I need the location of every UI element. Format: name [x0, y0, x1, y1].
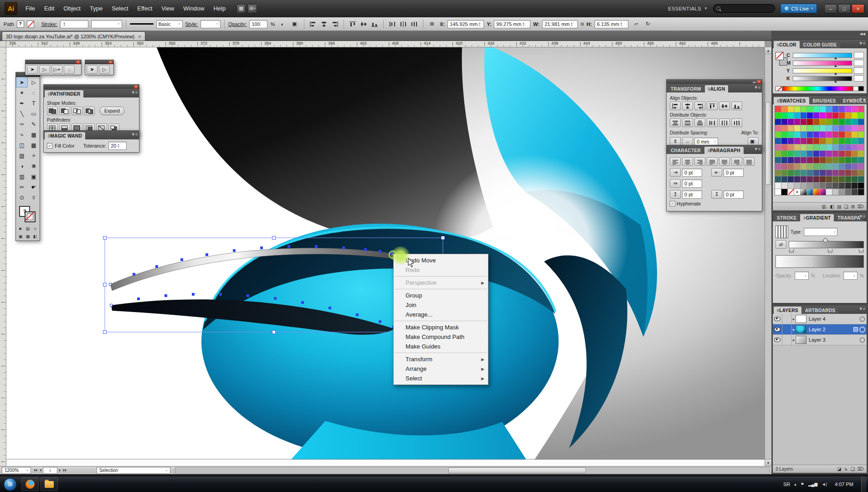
lock-toggle[interactable] — [782, 335, 792, 345]
paintbrush-tool-icon[interactable]: ✑ — [16, 119, 28, 129]
panel-drag-bar[interactable]: × — [44, 85, 139, 89]
context-menu-transform[interactable]: Transform▶ — [394, 354, 488, 364]
swatch[interactable] — [801, 106, 806, 112]
swatch[interactable] — [858, 106, 864, 112]
swatch[interactable] — [820, 189, 826, 195]
swatch[interactable] — [832, 176, 838, 182]
target-icon[interactable] — [860, 317, 865, 322]
para-align-j-center-icon[interactable] — [719, 157, 730, 166]
swatch[interactable] — [788, 170, 794, 176]
target-icon[interactable] — [860, 338, 865, 343]
align-v-top-icon[interactable] — [707, 102, 718, 110]
swatch[interactable] — [852, 106, 858, 112]
panel-menu-icon[interactable]: ▼≡ — [859, 214, 865, 219]
pencil-tool-icon[interactable]: ✎ — [28, 119, 40, 129]
visibility-toggle[interactable] — [773, 335, 782, 345]
para-align-right-icon[interactable] — [694, 157, 705, 166]
gradient-stop[interactable] — [828, 248, 832, 253]
last-artboard-icon[interactable]: ⏵⏵ — [62, 468, 67, 473]
delete-layer-icon[interactable]: ⌦ — [858, 466, 864, 472]
color-spectrum[interactable] — [782, 86, 853, 91]
swatch[interactable] — [801, 125, 806, 131]
swatch[interactable] — [807, 132, 813, 138]
panel-drag-bar[interactable]: × — [26, 60, 81, 64]
gradient-stop[interactable] — [859, 248, 863, 253]
stroke-swatch[interactable] — [27, 20, 34, 28]
swatch[interactable] — [813, 132, 819, 138]
horizontal-ruler[interactable]: 3363423483543603663723783843903964024084… — [6, 41, 765, 47]
swatch[interactable] — [820, 164, 826, 169]
opacity-field[interactable]: 100 — [249, 20, 267, 28]
start-button[interactable]: ⊞ — [4, 478, 17, 491]
swatch[interactable] — [858, 176, 864, 182]
swatch[interactable] — [801, 138, 806, 144]
gradient-slider[interactable] — [789, 241, 864, 248]
swatch[interactable] — [794, 183, 800, 189]
white-swatch[interactable] — [853, 86, 858, 91]
swatch[interactable] — [788, 164, 794, 169]
stroke-profile-field[interactable]: ▾ — [91, 20, 122, 28]
artboard-number-field[interactable]: 1 — [43, 467, 57, 474]
swatch[interactable] — [775, 157, 781, 163]
swatch[interactable] — [839, 176, 845, 182]
width-tool-icon[interactable]: ≈ — [16, 129, 28, 140]
network-icon[interactable]: ▂▄▆ — [808, 482, 817, 487]
swatch[interactable] — [813, 176, 819, 182]
context-menu-make-clipping-mask[interactable]: Make Clipping Mask — [394, 323, 488, 332]
swatch[interactable] — [807, 151, 813, 157]
vertical-ruler[interactable] — [0, 47, 6, 466]
swatch[interactable] — [839, 164, 845, 169]
volume-icon[interactable]: ◄) — [822, 482, 827, 487]
swatch[interactable] — [775, 170, 781, 176]
align-h-right-icon[interactable] — [330, 20, 340, 29]
swatch[interactable] — [845, 106, 851, 112]
swatch[interactable] — [845, 132, 851, 138]
hyphenate-checkbox[interactable]: ✓ — [670, 201, 675, 206]
swatch[interactable] — [826, 125, 832, 131]
maximize-button[interactable]: □ — [838, 4, 851, 13]
swatch[interactable] — [775, 164, 781, 169]
swatch[interactable] — [781, 157, 787, 163]
swatch[interactable] — [813, 106, 819, 112]
swatch[interactable] — [839, 157, 845, 163]
first-line-indent-field[interactable]: 0 pt — [682, 179, 702, 188]
context-menu-group[interactable]: Group — [394, 291, 488, 300]
swatch[interactable] — [788, 132, 794, 138]
swatch[interactable] — [781, 138, 787, 144]
swatch[interactable] — [839, 125, 845, 131]
close-icon[interactable]: × — [108, 61, 113, 64]
lock-toggle[interactable] — [782, 324, 792, 334]
swatch[interactable] — [839, 132, 845, 138]
eraser-tool-icon[interactable]: ◊ — [28, 192, 40, 203]
fill-stroke-widget[interactable]: ? — [16, 204, 40, 224]
swatch[interactable] — [858, 189, 864, 195]
type-tool-icon[interactable]: T — [28, 98, 40, 108]
swatch[interactable] — [807, 138, 813, 144]
swatch[interactable] — [781, 183, 787, 189]
menu-effect[interactable]: Effect — [133, 0, 157, 17]
visibility-toggle[interactable] — [773, 314, 782, 324]
vertical-scrollbar[interactable]: ▲ ▼ — [765, 47, 771, 466]
channel-slider[interactable] — [793, 76, 852, 81]
eyedropper-tool-icon[interactable]: ✧ — [28, 150, 40, 161]
lock-toggle[interactable] — [782, 314, 792, 324]
lasso-tool-icon[interactable]: ◌ — [28, 87, 40, 98]
expand-arrow-icon[interactable]: ▸ — [793, 338, 795, 342]
mesh-tool-icon[interactable]: ▩ — [28, 140, 40, 150]
artboard-tool-icon[interactable]: ▣ — [28, 171, 40, 182]
gradient-stop[interactable] — [789, 248, 794, 253]
screen-mode-icon[interactable]: ◧ — [33, 234, 37, 239]
swatch[interactable] — [832, 125, 838, 131]
para-align-j-right-icon[interactable] — [731, 157, 742, 166]
swatch[interactable] — [826, 157, 832, 163]
swatch[interactable] — [794, 176, 800, 182]
scroll-thumb[interactable] — [765, 102, 771, 185]
swatch[interactable] — [801, 189, 806, 195]
swatch[interactable] — [832, 106, 838, 112]
menu-help[interactable]: Help — [209, 0, 230, 17]
swatch-options-icon[interactable]: ▤ — [837, 204, 841, 209]
swatch[interactable] — [807, 164, 813, 169]
swatch[interactable] — [845, 170, 851, 176]
swatch[interactable] — [858, 157, 864, 163]
tab-transform[interactable]: TRANSFORM — [668, 85, 704, 92]
